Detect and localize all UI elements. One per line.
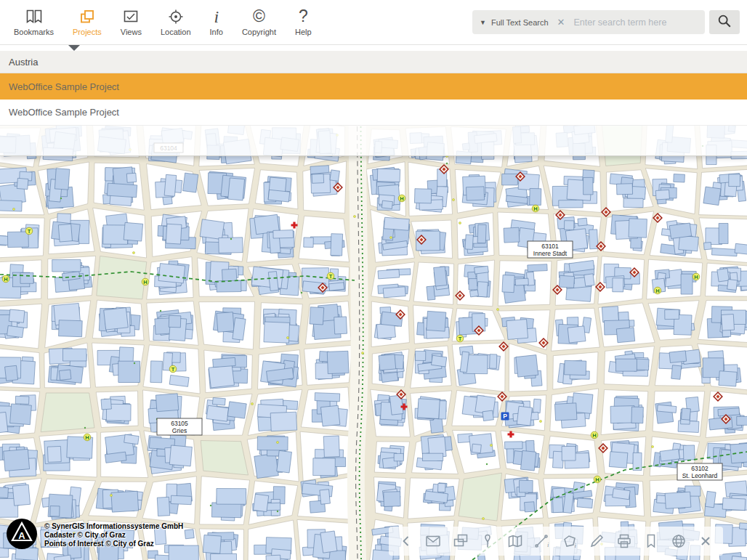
info-icon: i	[214, 7, 219, 26]
svg-text:H: H	[143, 279, 147, 285]
draw-icon[interactable]	[586, 531, 607, 551]
toolbar-item-label: Info	[210, 28, 223, 36]
close-icon[interactable]	[695, 531, 716, 551]
svg-text:St. Leonhard: St. Leonhard	[682, 472, 718, 479]
poi-stop-marker: H	[591, 431, 598, 439]
poi-tram-marker: T	[327, 272, 334, 280]
attribution-line-2: Points of Interest © City of Graz	[44, 540, 183, 548]
district-label-63105: 63105Gries	[157, 418, 202, 435]
svg-text:H: H	[694, 274, 698, 280]
project-item-1[interactable]: WebOffice Sample Project	[0, 73, 747, 100]
chevron-left-icon[interactable]	[396, 531, 416, 551]
svg-text:A: A	[18, 530, 25, 541]
map-tools-toolbar: ii	[389, 527, 723, 556]
toolbar-item-label: Copyright	[242, 28, 276, 36]
poi-stop-marker: H	[532, 205, 539, 212]
search-input[interactable]	[574, 17, 698, 28]
svg-text:P: P	[503, 413, 507, 420]
svg-text:H: H	[595, 476, 599, 483]
svg-text:T: T	[171, 366, 175, 373]
dropdown-pointer-row	[0, 45, 747, 51]
project-dropdown: AustriaWebOffice Sample ProjectWebOffice…	[0, 45, 747, 156]
poi-stop-marker: H	[142, 278, 149, 285]
dropdown-footer	[0, 126, 747, 156]
measure-area-icon[interactable]: i	[560, 531, 580, 551]
toolbar-item-label: Views	[121, 28, 142, 36]
map-export-icon[interactable]	[451, 531, 471, 551]
search-area: ▼ Full Text Search ✕	[472, 10, 740, 34]
toolbar-item-projects[interactable]: Projects	[63, 0, 111, 36]
copyright-icon: ©	[253, 7, 265, 26]
svg-text:63105: 63105	[171, 420, 188, 427]
svg-text:T: T	[28, 228, 31, 235]
search-button[interactable]	[709, 10, 740, 34]
map-sheet-icon[interactable]	[505, 531, 525, 551]
views-icon	[122, 7, 140, 26]
pin-icon[interactable]	[477, 531, 498, 551]
attribution-line-0: © SynerGIS Informationssysteme GmbH	[44, 522, 183, 531]
help-icon: ?	[299, 7, 308, 26]
top-toolbar: BookmarksProjectsViewsLocationiInfo©Copy…	[0, 0, 747, 45]
svg-text:H: H	[592, 432, 596, 439]
search-mode-label[interactable]: Full Text Search	[491, 18, 549, 27]
poi-stop-marker: H	[398, 195, 405, 202]
toolbar-item-label: Bookmarks	[14, 28, 54, 36]
toolbar-item-bookmarks[interactable]: Bookmarks	[4, 0, 63, 36]
district-label-63102: 63102St. Leonhard	[677, 463, 722, 480]
project-list: AustriaWebOffice Sample ProjectWebOffice…	[0, 51, 747, 126]
poi-tram-marker: T	[25, 227, 33, 235]
svg-text:63101: 63101	[541, 243, 559, 250]
toolbar-item-label: Location	[161, 28, 191, 36]
print-icon[interactable]	[614, 531, 634, 551]
svg-text:H: H	[4, 276, 7, 283]
toolbar-item-label: Projects	[73, 28, 102, 36]
svg-text:Gries: Gries	[172, 427, 187, 434]
svg-text:H: H	[533, 206, 537, 212]
search-box: ▼ Full Text Search ✕	[472, 10, 705, 34]
district-label-63101: 63101Innere Stadt	[528, 241, 573, 258]
poi-stop-marker: H	[693, 273, 700, 280]
toolbar-items: BookmarksProjectsViewsLocationiInfo©Copy…	[0, 0, 321, 36]
svg-text:i: i	[574, 542, 576, 549]
svg-text:T: T	[459, 336, 462, 342]
project-item-0[interactable]: Austria	[0, 51, 747, 73]
clear-search-icon[interactable]: ✕	[554, 17, 569, 28]
toolbar-item-info[interactable]: iInfo	[201, 0, 233, 36]
location-icon	[167, 7, 185, 26]
toolbar-item-help[interactable]: ?Help	[286, 0, 321, 36]
globe-icon[interactable]	[669, 531, 689, 551]
chevron-down-icon[interactable]: ▼	[480, 19, 486, 26]
poi-parking-marker: P	[501, 413, 509, 421]
attribution-line-1: Cadaster © City of Graz	[44, 531, 183, 540]
synergis-logo: A	[6, 518, 38, 553]
svg-text:H: H	[400, 195, 403, 202]
poi-stop-marker: H	[84, 434, 91, 441]
toolbar-item-views[interactable]: Views	[111, 0, 151, 36]
projects-icon	[78, 7, 96, 26]
dropdown-pointer-icon	[68, 45, 80, 51]
poi-stop-marker: H	[594, 476, 601, 483]
poi-stop-marker: H	[654, 287, 661, 294]
map-attribution: A © SynerGIS Informationssysteme GmbHCad…	[6, 518, 183, 553]
magnifier-icon	[716, 13, 732, 31]
measure-line-icon[interactable]: i	[532, 531, 552, 551]
svg-text:63102: 63102	[691, 465, 708, 472]
poi-tram-marker: T	[169, 365, 177, 373]
bookmarks-icon	[25, 7, 44, 26]
svg-text:H: H	[85, 434, 89, 441]
toolbar-item-copyright[interactable]: ©Copyright	[233, 0, 286, 36]
toolbar-item-location[interactable]: Location	[151, 0, 201, 36]
svg-text:T: T	[329, 273, 333, 280]
svg-text:i: i	[547, 541, 549, 548]
toolbar-item-label: Help	[295, 28, 312, 36]
attribution-text: © SynerGIS Informationssysteme GmbHCadas…	[44, 522, 183, 548]
svg-text:Innere Stadt: Innere Stadt	[533, 250, 568, 257]
poi-tram-marker: T	[456, 335, 464, 342]
poi-stop-marker: H	[2, 275, 9, 283]
svg-text:H: H	[655, 288, 659, 294]
project-item-2[interactable]: WebOffice Sample Project	[0, 100, 747, 126]
envelope-icon[interactable]	[423, 531, 443, 551]
bookmark-icon[interactable]	[641, 531, 661, 551]
